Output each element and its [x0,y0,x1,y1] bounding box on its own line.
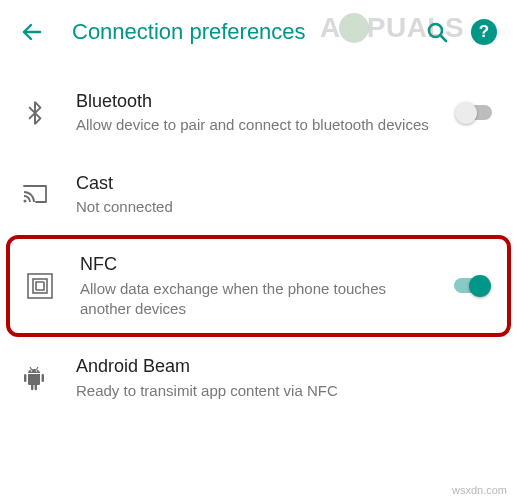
svg-point-10 [31,370,33,372]
bluetooth-icon [22,100,64,126]
page-title: Connection preferences [72,19,425,45]
svg-line-2 [440,35,446,41]
svg-rect-7 [42,374,44,382]
source-watermark: wsxdn.com [452,484,507,496]
item-nfc[interactable]: NFC Allow data exchange when the phone t… [6,235,511,337]
svg-rect-6 [24,374,26,382]
item-subtitle: Not connected [76,197,483,217]
item-bluetooth[interactable]: Bluetooth Allow device to pair and conne… [0,72,517,154]
svg-line-8 [30,367,32,370]
item-subtitle: Allow data exchange when the phone touch… [80,279,439,320]
item-title: Bluetooth [76,90,443,113]
app-header: Connection preferences ? [0,0,517,64]
item-title: Android Beam [76,355,483,378]
item-subtitle: Allow device to pair and connect to blue… [76,115,443,135]
cast-icon [22,183,64,205]
item-cast[interactable]: Cast Not connected [0,154,517,236]
switch-thumb [469,275,491,297]
svg-rect-5 [33,279,47,293]
item-subtitle: Ready to transimit app content via NFC [76,381,483,401]
back-button[interactable] [20,20,44,44]
android-icon [22,365,64,391]
item-android-beam[interactable]: Android Beam Ready to transimit app cont… [0,337,517,419]
svg-line-9 [37,367,39,370]
arrow-left-icon [20,20,44,44]
nfc-toggle[interactable] [451,274,491,298]
svg-rect-4 [28,274,52,298]
item-title: Cast [76,172,483,195]
settings-list: Bluetooth Allow device to pair and conne… [0,64,517,427]
item-title: NFC [80,253,439,276]
item-body: Android Beam Ready to transimit app cont… [76,355,495,401]
help-button[interactable]: ? [471,19,497,45]
svg-point-11 [36,370,38,372]
item-body: NFC Allow data exchange when the phone t… [80,253,451,319]
header-actions: ? [425,19,497,45]
switch-thumb [455,102,477,124]
nfc-icon [26,272,68,300]
question-mark-icon: ? [479,22,489,42]
item-body: Cast Not connected [76,172,495,218]
search-icon [425,20,449,44]
bluetooth-toggle[interactable] [455,101,495,125]
svg-point-3 [24,200,27,203]
item-body: Bluetooth Allow device to pair and conne… [76,90,455,136]
search-button[interactable] [425,20,449,44]
